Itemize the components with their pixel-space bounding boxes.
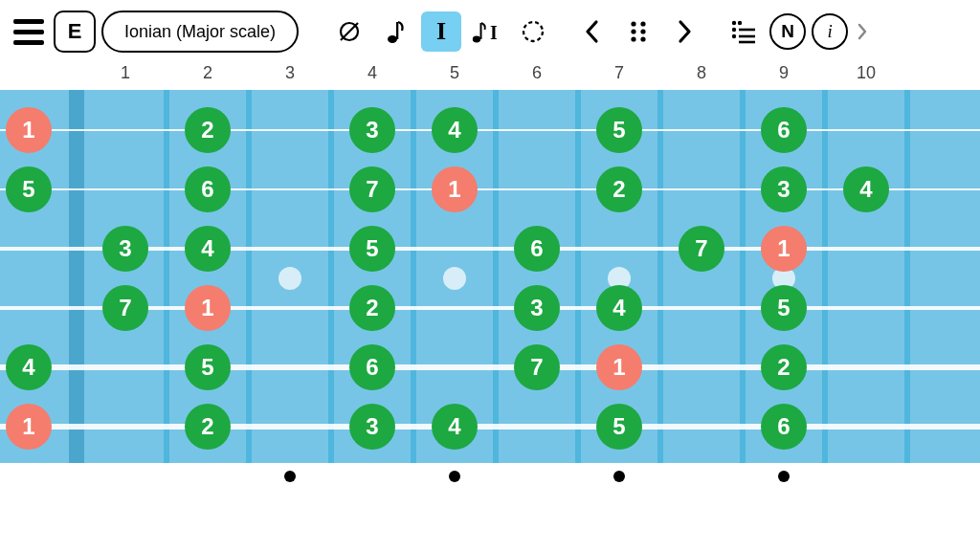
string — [0, 364, 980, 369]
note[interactable]: 6 — [349, 344, 395, 390]
note-root[interactable]: 1 — [596, 344, 642, 390]
note[interactable]: 4 — [432, 404, 478, 450]
fret-marker-row — [0, 463, 980, 492]
toolbar: E Ionian (Major scale) I I — [0, 0, 980, 63]
note[interactable]: 6 — [761, 404, 807, 450]
info-button[interactable]: i — [812, 13, 848, 50]
note-root[interactable]: 1 — [6, 404, 52, 450]
note[interactable]: 4 — [843, 166, 889, 212]
fret-wire — [822, 90, 828, 463]
fret-wire — [657, 90, 663, 463]
note[interactable]: 2 — [185, 404, 231, 450]
note[interactable]: 4 — [596, 285, 642, 331]
show-notes-and-intervals-button[interactable]: I — [467, 11, 507, 52]
note-icon — [386, 18, 405, 45]
note[interactable]: 2 — [349, 285, 395, 331]
menu-button[interactable] — [10, 12, 48, 51]
fret-number-row: 12345678910 — [0, 63, 980, 90]
show-intervals-button[interactable]: I — [421, 11, 461, 52]
note[interactable]: 6 — [185, 166, 231, 212]
fret-number: 8 — [697, 63, 706, 83]
svg-point-7 — [523, 22, 543, 41]
svg-point-13 — [640, 36, 645, 41]
note[interactable]: 7 — [514, 344, 560, 390]
chevron-left-icon — [583, 18, 602, 45]
show-notes-button[interactable] — [375, 11, 415, 52]
svg-point-18 — [732, 34, 736, 38]
note[interactable]: 3 — [349, 404, 395, 450]
notes-mode-button[interactable]: N — [769, 13, 806, 50]
fret-number: 5 — [450, 63, 459, 83]
string — [0, 129, 980, 131]
note[interactable]: 3 — [349, 107, 395, 153]
note[interactable]: 5 — [761, 285, 807, 331]
note[interactable]: 6 — [514, 226, 560, 272]
note[interactable]: 7 — [349, 166, 395, 212]
svg-text:I: I — [490, 22, 498, 43]
formula-button[interactable] — [724, 11, 764, 52]
fret-wire — [246, 90, 252, 463]
note[interactable]: 5 — [349, 226, 395, 272]
dashed-circle-icon — [520, 18, 546, 45]
svg-point-12 — [631, 36, 635, 41]
fret-wire — [740, 90, 746, 463]
fret-number: 3 — [285, 63, 295, 83]
note[interactable]: 7 — [679, 226, 724, 272]
note[interactable]: 4 — [6, 344, 52, 390]
six-dots-icon — [627, 18, 650, 45]
inlay-dot — [278, 267, 301, 290]
note[interactable]: 4 — [185, 226, 231, 272]
scale-selector[interactable]: Ionian (Major scale) — [101, 11, 299, 53]
root-note-selector[interactable]: E — [54, 11, 96, 53]
fret-wire — [328, 90, 334, 463]
svg-rect-3 — [396, 22, 398, 39]
note[interactable]: 2 — [761, 344, 807, 390]
svg-point-10 — [631, 29, 635, 33]
svg-point-14 — [732, 21, 736, 25]
fret-marker-dot — [778, 471, 790, 482]
note[interactable]: 4 — [432, 107, 478, 153]
note[interactable]: 5 — [596, 107, 642, 153]
chevron-right-icon — [675, 18, 694, 45]
fret-number: 7 — [614, 63, 624, 83]
fret-wire — [164, 90, 169, 463]
empty-set-icon — [337, 19, 362, 44]
highlight-button[interactable] — [513, 11, 553, 52]
fret-number: 1 — [121, 63, 130, 83]
note[interactable]: 2 — [596, 166, 642, 212]
fret-marker-dot — [613, 471, 625, 482]
svg-point-16 — [732, 28, 736, 32]
note[interactable]: 6 — [761, 107, 807, 153]
svg-point-11 — [640, 29, 645, 33]
note-root[interactable]: 1 — [432, 166, 478, 212]
note[interactable]: 3 — [514, 285, 560, 331]
pattern-selector-button[interactable] — [618, 11, 658, 52]
fret-marker-dot — [449, 471, 460, 482]
fretboard[interactable]: 1234565671234345671712345456712123456 — [0, 90, 980, 463]
nut — [69, 90, 84, 463]
note[interactable]: 5 — [6, 166, 52, 212]
note-root[interactable]: 1 — [6, 107, 52, 153]
next-pattern-button[interactable] — [664, 11, 704, 52]
svg-point-8 — [631, 21, 635, 26]
note[interactable]: 3 — [102, 226, 148, 272]
hide-notes-button[interactable] — [329, 11, 369, 52]
note[interactable]: 2 — [185, 107, 231, 153]
overflow-button[interactable] — [854, 11, 871, 52]
prev-pattern-button[interactable] — [572, 11, 612, 52]
note[interactable]: 3 — [761, 166, 807, 212]
fret-number: 9 — [779, 63, 789, 83]
note-root[interactable]: 1 — [761, 226, 807, 272]
info-label: i — [827, 21, 832, 42]
svg-point-2 — [388, 35, 397, 43]
notes-mode-label: N — [781, 21, 794, 42]
svg-point-9 — [640, 21, 645, 26]
note-root[interactable]: 1 — [185, 285, 231, 331]
fret-wire — [904, 90, 910, 463]
interval-icon: I — [436, 17, 446, 46]
note[interactable]: 5 — [185, 344, 231, 390]
note[interactable]: 5 — [596, 404, 642, 450]
fret-wire — [575, 90, 581, 463]
note[interactable]: 7 — [102, 285, 148, 331]
fretboard-area: 12345678910 1234565671234345671712345456… — [0, 63, 980, 492]
